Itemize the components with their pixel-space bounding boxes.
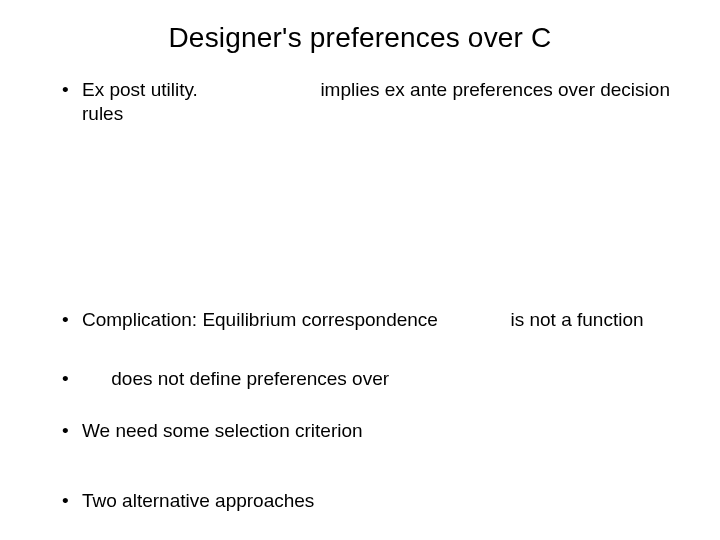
bullet-selection: We need some selection criterion bbox=[54, 419, 700, 443]
bullet-define: does not define preferences over bbox=[54, 367, 700, 391]
bullet-text: is not a function bbox=[510, 309, 643, 330]
bullet-text: Complication: Equilibrium correspondence bbox=[82, 309, 438, 330]
slide-body: Ex post utility. implies ex ante prefere… bbox=[54, 78, 700, 513]
bullet-list: Ex post utility. implies ex ante prefere… bbox=[54, 78, 700, 513]
bullet-complication: Complication: Equilibrium correspondence… bbox=[54, 308, 700, 332]
bullet-approaches: Two alternative approaches bbox=[54, 489, 700, 513]
bullet-text: Ex post utility. bbox=[82, 79, 198, 100]
bullet-ex-post: Ex post utility. implies ex ante prefere… bbox=[54, 78, 700, 126]
bullet-text: Two alternative approaches bbox=[82, 490, 314, 511]
slide: Designer's preferences over C Ex post ut… bbox=[0, 0, 720, 540]
bullet-text: does not define preferences over bbox=[111, 368, 389, 389]
bullet-text: We need some selection criterion bbox=[82, 420, 363, 441]
slide-title: Designer's preferences over C bbox=[0, 22, 720, 54]
